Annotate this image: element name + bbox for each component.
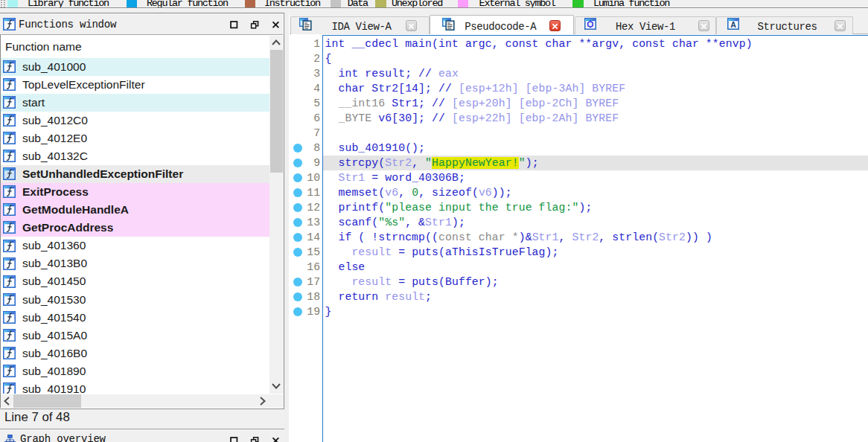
svg-text:A: A [730,20,736,29]
